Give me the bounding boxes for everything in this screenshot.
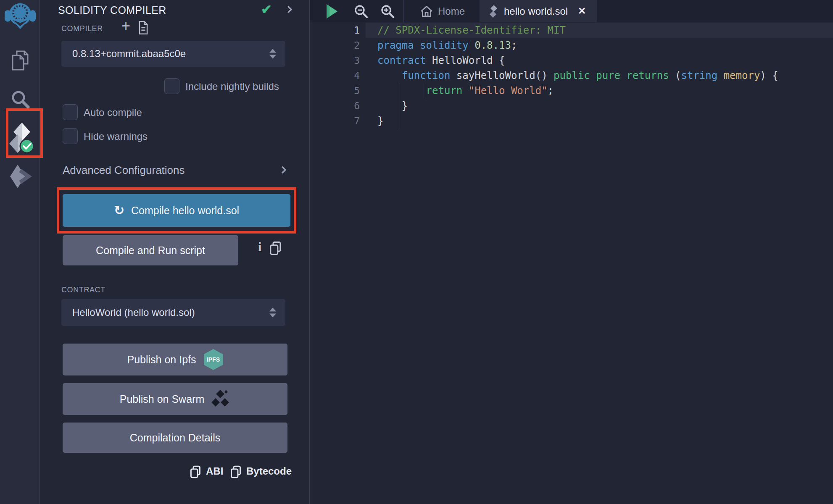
code-text: } [377, 98, 408, 113]
advanced-configurations-toggle[interactable]: Advanced Configurations [63, 164, 185, 177]
auto-compile-checkbox[interactable] [63, 104, 78, 120]
contract-select[interactable]: HelloWorld (hello world.sol) [61, 299, 285, 326]
compile-and-run-button[interactable]: Compile and Run script [63, 235, 238, 265]
file-document-icon[interactable] [138, 21, 149, 34]
include-nightly-checkbox[interactable] [164, 78, 179, 94]
code-area[interactable]: 1// SPDX-License-Identifier: MIT2pragma … [310, 22, 833, 504]
vertical-icon-strip [0, 0, 40, 504]
solidity-file-icon [489, 5, 498, 18]
search-icon [10, 89, 30, 109]
add-compiler-icon[interactable]: + [121, 18, 130, 34]
auto-compile-label: Auto compile [84, 107, 142, 118]
line-number: 7 [310, 113, 360, 129]
line-number: 1 [310, 23, 360, 38]
hide-warnings-label: Hide warnings [84, 131, 148, 142]
sidebar-item-search[interactable] [0, 89, 40, 109]
line-number: 5 [310, 83, 360, 98]
code-line-5[interactable]: 5 return "Hello World"; [310, 83, 833, 98]
remix-ide-window: SOLIDITY COMPILER ✔ COMPILER + 0.8.13+co… [0, 0, 833, 504]
indent-guide [400, 83, 400, 129]
line-number: 6 [310, 98, 360, 113]
bytecode-button[interactable]: Bytecode [246, 465, 292, 477]
select-arrows-icon [269, 308, 276, 318]
publish-ipfs-button[interactable]: Publish on Ipfs IPFS [63, 344, 287, 375]
solidity-compiler-icon [6, 122, 34, 155]
code-line-1[interactable]: 1// SPDX-License-Identifier: MIT [310, 23, 833, 38]
contract-section-label: CONTRACT [61, 286, 105, 294]
code-text: pragma solidity 0.8.13; [377, 38, 517, 53]
hide-warnings-checkbox[interactable] [63, 128, 78, 144]
copy-script-icon[interactable] [269, 241, 282, 255]
code-text: } [377, 113, 383, 129]
tab-hello-world-sol[interactable]: hello world.sol ✕ [480, 0, 597, 22]
indent-guide [424, 83, 424, 98]
run-script-play-button[interactable] [326, 4, 338, 19]
remix-logo[interactable] [0, 2, 40, 29]
panel-title: SOLIDITY COMPILER [58, 4, 166, 16]
code-text: contract HelloWorld { [377, 53, 505, 68]
deploy-run-ethereum-icon [8, 164, 32, 189]
compiler-version-select[interactable]: 0.8.13+commit.abaa5c0e [61, 41, 285, 67]
compile-and-run-label: Compile and Run script [96, 244, 205, 257]
remix-logo-icon [5, 2, 36, 29]
abi-button[interactable]: ABI [206, 465, 223, 477]
line-number: 3 [310, 53, 360, 68]
tab-close-icon[interactable]: ✕ [578, 5, 586, 17]
refresh-icon: ↻ [114, 204, 124, 217]
sidebar-item-solidity-compiler[interactable] [0, 122, 40, 155]
zoom-out-icon[interactable] [354, 4, 368, 18]
compile-button[interactable]: ↻ Compile hello world.sol [63, 194, 290, 227]
sidebar-item-file-explorer[interactable] [0, 50, 40, 71]
line-number: 4 [310, 68, 360, 83]
compiler-section-label: COMPILER [61, 24, 103, 33]
code-line-3[interactable]: 3contract HelloWorld { [310, 53, 833, 68]
tab-home[interactable]: Home [407, 0, 480, 22]
tab-home-label: Home [438, 5, 465, 17]
panel-chevron-right-icon[interactable] [285, 5, 292, 13]
editor-tab-bar: Home hello world.sol ✕ [310, 0, 833, 22]
compilation-details-label: Compilation Details [130, 432, 220, 444]
publish-swarm-label: Publish on Swarm [120, 393, 204, 405]
code-line-6[interactable]: 6 } [310, 98, 833, 113]
compile-button-label: Compile hello world.sol [131, 205, 239, 217]
tab-hello-world-label: hello world.sol [504, 5, 568, 17]
copy-bytecode-icon[interactable] [230, 465, 242, 478]
advanced-chevron-right-icon[interactable] [279, 166, 286, 173]
solidity-compiler-panel: SOLIDITY COMPILER ✔ COMPILER + 0.8.13+co… [40, 0, 310, 504]
compile-success-check-icon: ✔ [261, 2, 272, 17]
copy-abi-icon[interactable] [190, 465, 201, 478]
sidebar-item-deploy-and-run[interactable] [0, 164, 40, 189]
compiler-version-value: 0.8.13+commit.abaa5c0e [72, 48, 186, 60]
code-editor-region: Home hello world.sol ✕ 1// SPDX-License-… [310, 0, 833, 504]
include-nightly-label: Include nightly builds [185, 81, 279, 92]
tab-separator [403, 0, 404, 22]
code-text: return "Hello World"; [377, 83, 554, 98]
zoom-in-icon[interactable] [380, 4, 395, 18]
contract-select-value: HelloWorld (hello world.sol) [72, 307, 195, 318]
info-icon[interactable]: i [253, 239, 267, 255]
file-explorer-icon [10, 50, 31, 71]
select-arrows-icon [269, 49, 276, 59]
code-text: function sayHelloWorld() public pure ret… [377, 68, 778, 83]
line-number: 2 [310, 38, 360, 53]
home-icon [420, 5, 433, 17]
publish-swarm-button[interactable]: Publish on Swarm [63, 383, 287, 415]
publish-ipfs-label: Publish on Ipfs [127, 354, 196, 366]
ipfs-badge-icon: IPFS [204, 349, 223, 370]
code-line-2[interactable]: 2pragma solidity 0.8.13; [310, 38, 833, 53]
compilation-details-button[interactable]: Compilation Details [63, 423, 287, 453]
code-line-4[interactable]: 4 function sayHelloWorld() public pure r… [310, 68, 833, 83]
code-text: // SPDX-License-Identifier: MIT [377, 23, 566, 38]
swarm-cubes-icon [211, 389, 230, 409]
code-line-7[interactable]: 7} [310, 113, 833, 129]
